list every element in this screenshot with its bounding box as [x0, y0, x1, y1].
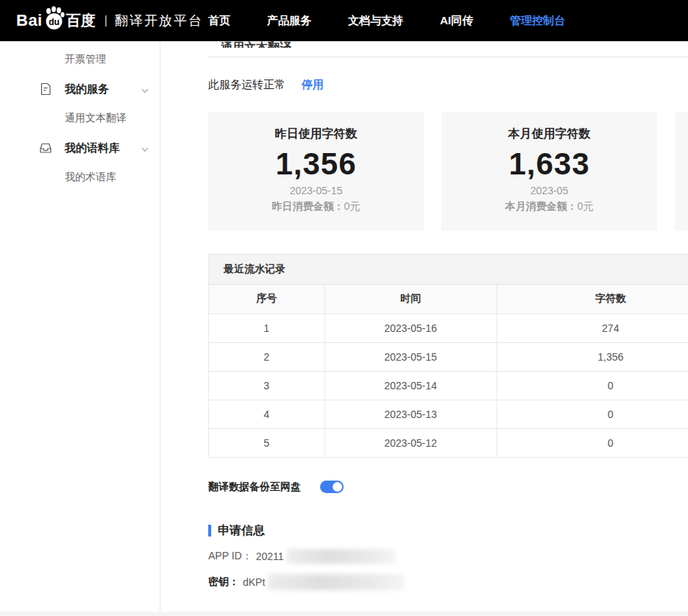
sidebar-item-my-corpus[interactable]: 我的语料库	[0, 133, 160, 163]
toggle-knob	[333, 482, 342, 492]
cell-charcount: 0	[497, 428, 688, 457]
column-header-charcount: 字符数	[497, 285, 688, 314]
table-row: 1 2023-05-16 274	[209, 314, 688, 342]
cell-charcount: 0	[497, 400, 688, 428]
nav-item-console-active[interactable]: 管理控制台	[510, 14, 565, 28]
cell-time: 2023-05-15	[325, 342, 497, 371]
service-status-text: 此服务运转正常	[208, 78, 286, 92]
app-id-value: 20211	[256, 550, 284, 562]
stat-card-period: 2023-05-15	[208, 185, 424, 197]
stat-card-this-month: 本月使用字符数 1,633 2023-05 本月消费金额：0元	[441, 112, 657, 231]
app-id-redacted-blur	[287, 549, 396, 564]
stat-card-title: 昨日使用字符数	[208, 127, 424, 142]
secret-key-label: 密钥：	[208, 576, 239, 589]
cell-charcount: 0	[497, 371, 688, 400]
sidebar-item-label: 通用文本翻译	[65, 112, 127, 125]
logo-separator: |	[104, 14, 107, 27]
secret-key-line: 密钥： dKPt	[208, 574, 688, 590]
sidebar-item-label: 我的语料库	[65, 141, 120, 155]
cell-index: 2	[209, 342, 325, 371]
baidu-paw-icon: du	[43, 6, 65, 31]
stat-card-value: 1,356	[208, 146, 424, 182]
top-nav-items: 首页 产品服务 文档与支持 AI同传 管理控制台	[208, 0, 565, 41]
sidebar: 开票管理 我的服务 通用文本翻译	[0, 41, 160, 613]
stat-card-period: 2023-05	[441, 185, 657, 197]
sidebar-item-invoice-management[interactable]: 开票管理	[0, 45, 160, 74]
logo-bai-text: Bai	[16, 11, 43, 30]
section-accent-bar	[208, 525, 211, 537]
cell-time: 2023-05-16	[325, 314, 497, 342]
inbox-icon	[39, 141, 52, 155]
table-row: 2 2023-05-15 1,356	[209, 342, 688, 371]
nav-item-products[interactable]: 产品服务	[267, 14, 311, 28]
svg-text:du: du	[49, 17, 60, 27]
chevron-down-icon[interactable]	[141, 144, 149, 152]
sidebar-item-my-services[interactable]: 我的服务	[0, 74, 160, 104]
cell-time: 2023-05-13	[325, 400, 497, 428]
recent-flow-table: 最近流水记录 序号 时间 字符数 1 2023-05-16 274	[208, 254, 688, 458]
cell-index: 1	[209, 314, 325, 342]
main-content: 通用文本翻译 此服务运转正常 停用 昨日使用字符数 1,356 2023-05-…	[161, 41, 688, 616]
cell-time: 2023-05-14	[325, 371, 497, 400]
cell-charcount: 1,356	[497, 342, 688, 371]
logo-baidu-cn: 百度	[66, 11, 96, 31]
stat-card-amount: 本月消费金额：0元	[441, 200, 657, 213]
top-nav-bar: Bai du 百度 | 翻译开放平台 首页 产品服务 文档与支持 AI同传 管理…	[0, 0, 688, 41]
file-text-icon	[39, 82, 52, 96]
page-title-partially-scrolled: 通用文本翻译	[221, 41, 688, 48]
disable-service-link[interactable]: 停用	[302, 78, 324, 92]
nav-item-home[interactable]: 首页	[208, 14, 230, 28]
table-row: 5 2023-05-12 0	[209, 428, 688, 457]
baidu-logo[interactable]: Bai du 百度 | 翻译开放平台	[16, 10, 203, 31]
cell-index: 3	[209, 371, 325, 400]
app-id-line: APP ID： 20211	[208, 549, 688, 564]
column-header-time: 时间	[325, 285, 497, 314]
title-divider	[208, 57, 688, 57]
table-header-row: 序号 时间 字符数	[209, 285, 688, 314]
sidebar-item-my-termbase[interactable]: 我的术语库	[0, 163, 160, 192]
app-id-label: APP ID：	[208, 550, 252, 563]
nav-item-ai-simultaneous[interactable]: AI同传	[440, 14, 473, 28]
cell-time: 2023-05-12	[325, 428, 497, 457]
backup-to-netdisk-row: 翻译数据备份至网盘	[208, 481, 688, 494]
sidebar-item-label: 我的服务	[65, 82, 109, 96]
backup-label: 翻译数据备份至网盘	[208, 481, 301, 494]
logo-product-name: 翻译开放平台	[115, 12, 203, 29]
sidebar-item-label: 我的术语库	[65, 171, 116, 184]
secret-key-value: dKPt	[243, 576, 265, 588]
cell-charcount: 274	[497, 314, 688, 342]
chevron-down-icon[interactable]	[141, 85, 149, 93]
application-info-header: 申请信息	[208, 523, 688, 539]
table-title: 最近流水记录	[209, 255, 688, 285]
backup-toggle-switch[interactable]	[320, 481, 344, 493]
table-row: 4 2023-05-13 0	[209, 400, 688, 428]
application-info-title: 申请信息	[218, 523, 265, 539]
cell-index: 4	[209, 400, 325, 428]
secret-key-redacted-blur	[268, 574, 405, 590]
cell-index: 5	[209, 428, 325, 457]
footer-strip	[0, 612, 688, 616]
stat-card-cropped	[675, 112, 688, 231]
stat-card-yesterday: 昨日使用字符数 1,356 2023-05-15 昨日消费金额：0元	[208, 112, 424, 231]
baidu-translate-console-page: Bai du 百度 | 翻译开放平台 首页 产品服务 文档与支持 AI同传 管理…	[0, 0, 688, 616]
sidebar-item-label: 开票管理	[65, 53, 106, 66]
table-row: 3 2023-05-14 0	[209, 371, 688, 400]
service-status-row: 此服务运转正常 停用	[208, 78, 688, 92]
stat-card-title: 本月使用字符数	[441, 127, 657, 142]
column-header-index: 序号	[209, 285, 325, 314]
sidebar-item-general-text-translation[interactable]: 通用文本翻译	[0, 104, 160, 133]
stat-card-value: 1,633	[441, 146, 657, 182]
usage-stat-cards: 昨日使用字符数 1,356 2023-05-15 昨日消费金额：0元 本月使用字…	[208, 112, 688, 231]
nav-item-docs-support[interactable]: 文档与支持	[348, 14, 403, 28]
stat-card-amount: 昨日消费金额：0元	[208, 200, 424, 213]
